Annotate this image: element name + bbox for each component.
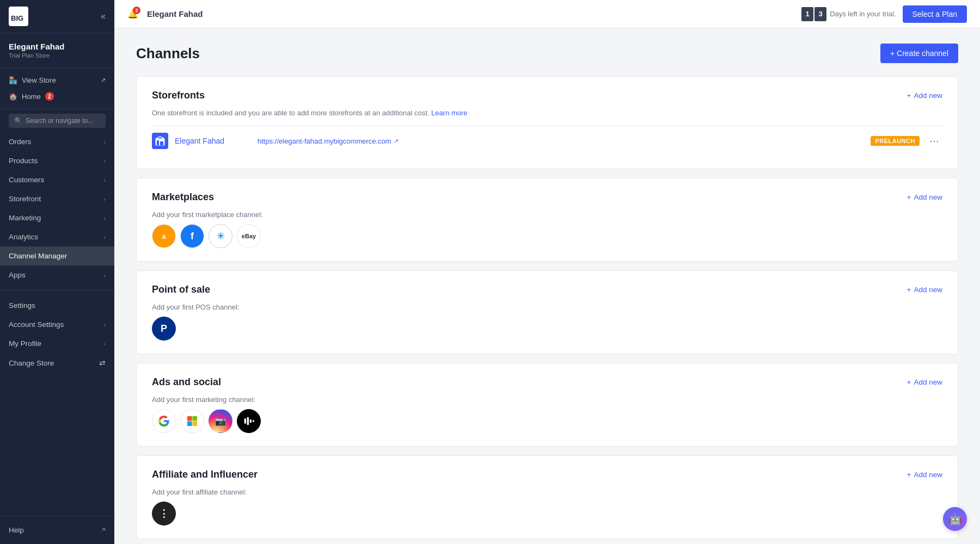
bottom-nav: Settings Account Settings › My Profile ›… xyxy=(0,294,114,375)
plus-icon: + xyxy=(907,471,911,479)
notification-bell[interactable]: 🔔 2 xyxy=(127,9,138,19)
sidebar-item-account-settings[interactable]: Account Settings › xyxy=(0,315,114,334)
external-link-icon: ↗ xyxy=(101,77,106,84)
sidebar: BIG « Elegant Fahad Trial Plan Store 🏪 V… xyxy=(0,0,114,544)
content-area: Channels + Create channel Storefronts + … xyxy=(114,28,980,544)
view-store-link[interactable]: 🏪 View Store ↗ xyxy=(9,72,106,88)
ads-card-header: Ads and social + Add new xyxy=(152,376,942,388)
sidebar-item-change-store[interactable]: Change Store ⇄ xyxy=(0,353,114,373)
help-label: Help xyxy=(9,526,24,534)
search-bar[interactable]: 🔍 Search or navigate to... xyxy=(9,114,106,128)
affiliate-channel-icon[interactable]: ⋮ xyxy=(152,502,176,526)
affiliate-prompt: Add your first affiliate channel: xyxy=(152,488,942,496)
storefront-url[interactable]: https://elegant-fahad.mybigcommerce.com … xyxy=(258,137,864,145)
pos-card-header: Point of sale + Add new xyxy=(152,284,942,295)
storefront-row: Elegant Fahad https://elegant-fahad.mybi… xyxy=(152,126,942,156)
trial-days: 1 3 xyxy=(801,7,826,21)
storefront-name[interactable]: Elegant Fahad xyxy=(175,137,251,145)
storefronts-card-header: Storefronts + Add new xyxy=(152,90,942,101)
storefronts-add-new-button[interactable]: + Add new xyxy=(907,91,942,100)
sidebar-item-storefront[interactable]: Storefront › xyxy=(0,189,114,208)
trial-day1: 1 xyxy=(801,7,813,21)
storefronts-title: Storefronts xyxy=(152,90,205,101)
marketplace-icons: a f ✳ eBay xyxy=(152,224,942,248)
ads-icons: 📷 xyxy=(152,409,942,433)
walmart-icon[interactable]: ✳ xyxy=(209,224,232,248)
affiliate-card-header: Affiliate and Influencer + Add new xyxy=(152,469,942,480)
main-area: 🔔 2 Elegant Fahad 1 3 Days left in your … xyxy=(114,0,980,544)
ai-icon: 🤖 xyxy=(948,512,962,526)
plus-icon: + xyxy=(907,91,911,100)
sidebar-item-settings[interactable]: Settings xyxy=(0,296,114,315)
home-link[interactable]: 🏠 Home 2 xyxy=(9,88,106,104)
topbar-store-name: Elegant Fahad xyxy=(147,9,203,18)
pos-icons: P xyxy=(152,317,942,341)
logo: BIG xyxy=(9,7,28,26)
svg-rect-12 xyxy=(253,420,254,422)
store-icon: 🏪 xyxy=(9,76,17,84)
ebay-icon[interactable]: eBay xyxy=(237,224,261,248)
amazon-icon[interactable]: a xyxy=(152,224,176,248)
facebook-icon[interactable]: f xyxy=(180,224,204,248)
trial-text: Days left in your trial. xyxy=(830,10,896,18)
collapse-button[interactable]: « xyxy=(101,11,106,21)
sidebar-item-analytics[interactable]: Analytics › xyxy=(0,227,114,246)
google-icon[interactable] xyxy=(152,409,176,433)
meta-ads-icon[interactable] xyxy=(237,409,261,433)
chevron-right-icon: › xyxy=(103,341,106,347)
select-plan-button[interactable]: Select a Plan xyxy=(903,5,967,23)
affiliate-add-new-button[interactable]: + Add new xyxy=(907,471,942,479)
page-header: Channels + Create channel xyxy=(136,44,958,63)
external-link-icon: ↗ xyxy=(394,138,399,145)
affiliate-icons: ⋮ xyxy=(152,502,942,526)
nav-divider xyxy=(0,290,114,290)
affiliate-title: Affiliate and Influencer xyxy=(152,469,258,480)
marketplaces-add-new-button[interactable]: + Add new xyxy=(907,193,942,201)
microsoft-icon[interactable] xyxy=(180,409,204,433)
ai-assistant-bubble[interactable]: 🤖 xyxy=(943,507,967,531)
ads-add-new-button[interactable]: + Add new xyxy=(907,378,942,386)
chevron-right-icon: › xyxy=(103,196,106,202)
svg-rect-6 xyxy=(192,416,197,421)
sidebar-item-customers[interactable]: Customers › xyxy=(0,170,114,189)
sidebar-item-channel-manager[interactable]: Channel Manager xyxy=(0,246,114,265)
chevron-right-icon: › xyxy=(103,272,106,279)
sidebar-header: BIG « xyxy=(0,0,114,33)
ads-prompt: Add your first marketing channel: xyxy=(152,395,942,404)
ads-title: Ads and social xyxy=(152,376,221,388)
ads-social-card: Ads and social + Add new Add your first … xyxy=(136,363,958,447)
paypal-icon[interactable]: P xyxy=(152,317,176,341)
pos-prompt: Add your first POS channel: xyxy=(152,303,942,311)
learn-more-link[interactable]: Learn more xyxy=(431,109,467,117)
marketplaces-prompt: Add your first marketplace channel: xyxy=(152,211,942,219)
pos-add-new-button[interactable]: + Add new xyxy=(907,286,942,294)
storefront-icon xyxy=(152,133,168,149)
store-info: Elegant Fahad Trial Plan Store xyxy=(0,33,114,68)
notification-badge: 2 xyxy=(133,7,140,14)
search-placeholder: Search or navigate to... xyxy=(26,117,93,125)
chevron-right-icon: › xyxy=(103,139,106,145)
marketplaces-title: Marketplaces xyxy=(152,191,214,203)
sidebar-item-help[interactable]: Help ^ xyxy=(0,521,114,540)
sidebar-item-my-profile[interactable]: My Profile › xyxy=(0,334,114,353)
sidebar-quick-actions: 🏪 View Store ↗ 🏠 Home 2 xyxy=(0,68,114,109)
store-plan: Trial Plan Store xyxy=(9,52,106,59)
chevron-up-icon: ^ xyxy=(102,526,106,534)
instagram-icon[interactable]: 📷 xyxy=(209,409,232,433)
sidebar-item-marketing[interactable]: Marketing › xyxy=(0,208,114,227)
page-title: Channels xyxy=(136,45,200,62)
storefront-more-button[interactable]: ⋯ xyxy=(926,134,942,148)
sidebar-item-apps[interactable]: Apps › xyxy=(0,265,114,285)
plus-icon: + xyxy=(907,193,911,201)
create-channel-button[interactable]: + Create channel xyxy=(880,44,958,63)
chevron-right-icon: › xyxy=(103,158,106,164)
home-label: Home xyxy=(22,92,41,101)
chevron-right-icon: › xyxy=(103,234,106,240)
chevron-right-icon: › xyxy=(103,322,106,328)
svg-rect-10 xyxy=(247,417,249,425)
pos-title: Point of sale xyxy=(152,284,210,295)
plus-icon: + xyxy=(907,378,911,386)
svg-rect-8 xyxy=(192,421,197,426)
sidebar-item-orders[interactable]: Orders › xyxy=(0,132,114,151)
sidebar-item-products[interactable]: Products › xyxy=(0,151,114,170)
